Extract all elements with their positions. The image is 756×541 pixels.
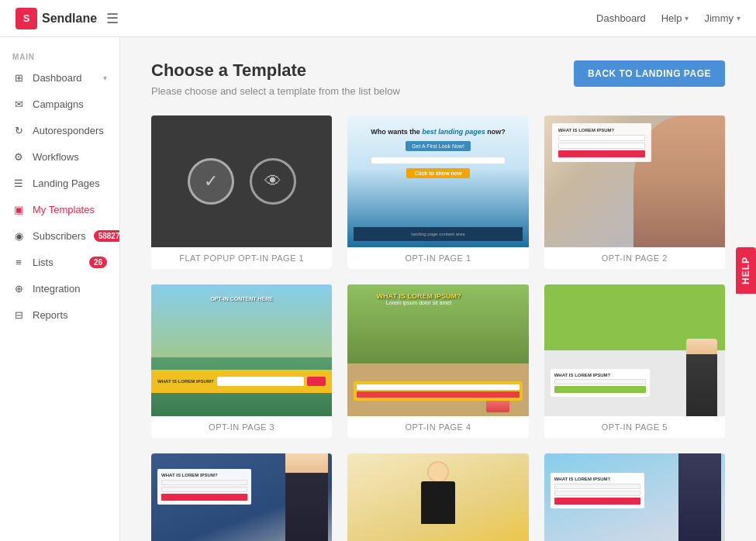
top-nav: S Sendlane ☰ Dashboard Help ▾ Jimmy ▾ [0, 0, 756, 37]
help-dropdown-arrow: ▾ [685, 14, 689, 22]
sidebar-item-lists[interactable]: ≡ Lists 26 [0, 249, 119, 275]
select-button-flat-popup[interactable]: SELECT [164, 169, 230, 194]
template-thumb-optin3: OPT-IN CONTENT HERE WHAT IS LOREM IPSUM?… [151, 284, 332, 416]
sidebar-item-campaigns[interactable]: ✉ Campaigns [0, 91, 119, 117]
sidebar-label-my-templates: My Templates [33, 204, 95, 215]
logo-icon: S [16, 8, 37, 29]
sidebar-section-label: MAIN [0, 47, 119, 64]
dashboard-arrow: ▾ [103, 74, 107, 82]
template-card-optin2[interactable]: WHAT IS LOREM IPSUM? SELECT PREVIEW OPT-… [544, 115, 725, 269]
template-thumb-optin4: WHAT IS LOREM IPSUM? Lorem ipsum dolor s… [347, 284, 528, 416]
sidebar-label-landing-pages: Landing Pages [33, 177, 100, 189]
help-tab[interactable]: HELP [736, 247, 756, 294]
preview-button-optin5[interactable]: PREVIEW [639, 338, 712, 363]
template-thumb-optin2: WHAT IS LOREM IPSUM? SELECT PREVIEW [544, 115, 725, 247]
template-card-optin3[interactable]: OPT-IN CONTENT HERE WHAT IS LOREM IPSUM?… [151, 284, 332, 438]
page-title-area: Choose a Template Please choose and sele… [151, 60, 400, 97]
sidebar-label-autoresponders: Autoresponders [33, 125, 104, 136]
template-label-optin4: OPT-IN PAGE 4 [347, 416, 528, 438]
template-card-optin8[interactable]: WHAT IS LOREM IPSUM? SELECT PREVIEW OPT-… [544, 453, 725, 541]
select-button-optin5[interactable]: SELECT [558, 338, 623, 363]
template-thumb-optin7: WHAT IS LOREM IPSUM? SELECT PREVIEW [347, 453, 528, 541]
sidebar-item-integration[interactable]: ⊕ Integration [0, 275, 119, 302]
sidebar-item-workflows[interactable]: ⚙ Workflows [0, 143, 119, 170]
integration-icon: ⊕ [12, 282, 25, 295]
select-button-optin1[interactable]: SELECT [361, 169, 426, 194]
autoresponders-icon: ↻ [12, 124, 25, 136]
template-thumb-optin8: WHAT IS LOREM IPSUM? SELECT PREVIEW [544, 453, 725, 541]
sidebar-label-integration: Integration [33, 283, 80, 295]
sidebar-label-reports: Reports [33, 309, 68, 321]
preview-button-optin4[interactable]: PREVIEW [443, 338, 516, 363]
preview-button-optin2[interactable]: PREVIEW [639, 169, 712, 194]
sidebar-item-subscribers[interactable]: ◉ Subscribers 58827 [0, 222, 119, 249]
select-button-optin2[interactable]: SELECT [558, 169, 623, 194]
subscribers-icon: ◉ [12, 229, 25, 242]
sidebar-label-campaigns: Campaigns [33, 98, 84, 110]
nav-left: S Sendlane ☰ [16, 8, 119, 29]
sidebar-label-workflows: Workflows [33, 151, 79, 163]
preview-button-optin1[interactable]: PREVIEW [443, 169, 516, 194]
menu-icon[interactable]: ☰ [106, 10, 119, 27]
template-card-optin1[interactable]: Who wants the best landing pages now? Ge… [347, 115, 528, 269]
nav-user[interactable]: Jimmy ▾ [704, 12, 740, 24]
logo[interactable]: S Sendlane [16, 8, 97, 29]
template-label-optin5: OPT-IN PAGE 5 [544, 416, 725, 438]
dashboard-icon: ⊞ [12, 71, 25, 84]
select-button-optin6[interactable]: SELECT [164, 507, 230, 532]
my-templates-icon: ▣ [12, 203, 25, 215]
template-thumb-optin1: Who wants the best landing pages now? Ge… [347, 115, 528, 247]
user-dropdown-arrow: ▾ [737, 14, 740, 22]
subscribers-badge: 58827 [94, 230, 120, 242]
sidebar-label-subscribers: Subscribers [33, 230, 86, 242]
template-grid: ✓ 👁 SELECT PREVIEW FLAT POPUP OPT-IN PAG… [151, 115, 725, 541]
page-subtitle: Please choose and select a template from… [151, 85, 400, 97]
template-thumb-optin5: WHAT IS LOREM IPSUM? SELECT PREVIEW [544, 284, 725, 416]
select-button-optin4[interactable]: SELECT [361, 338, 426, 363]
preview-button-optin7[interactable]: PREVIEW [443, 507, 516, 532]
sidebar-item-dashboard[interactable]: ⊞ Dashboard ▾ [0, 64, 119, 91]
template-thumb-flat-popup: ✓ 👁 SELECT PREVIEW [151, 115, 332, 247]
template-label-optin1: OPT-IN PAGE 1 [347, 247, 528, 269]
sidebar: MAIN ⊞ Dashboard ▾ ✉ Campaigns ↻ Autores… [0, 37, 120, 541]
template-card-optin5[interactable]: WHAT IS LOREM IPSUM? SELECT PREVIEW OPT-… [544, 284, 725, 438]
back-to-landing-page-button[interactable]: BACK TO LANDING PAGE [574, 60, 725, 87]
template-label-optin3: OPT-IN PAGE 3 [151, 416, 332, 438]
lists-badge: 26 [89, 257, 107, 268]
nav-help[interactable]: Help ▾ [661, 12, 689, 24]
lists-icon: ≡ [12, 256, 25, 268]
main-content: Choose a Template Please choose and sele… [120, 37, 756, 541]
template-label-optin2: OPT-IN PAGE 2 [544, 247, 725, 269]
sidebar-label-lists: Lists [33, 257, 54, 268]
page-header: Choose a Template Please choose and sele… [151, 60, 725, 97]
template-card-optin4[interactable]: WHAT IS LOREM IPSUM? Lorem ipsum dolor s… [347, 284, 528, 438]
logo-text: Sendlane [42, 12, 97, 26]
workflows-icon: ⚙ [12, 150, 25, 163]
select-button-optin3[interactable]: SELECT [164, 338, 230, 363]
template-label-flat-popup: FLAT POPUP OPT-IN PAGE 1 [151, 247, 332, 269]
landing-pages-icon: ☰ [12, 177, 25, 189]
preview-button-optin6[interactable]: PREVIEW [247, 507, 319, 532]
select-button-optin8[interactable]: SELECT [558, 507, 623, 532]
sidebar-item-reports[interactable]: ⊟ Reports [0, 302, 119, 328]
campaigns-icon: ✉ [12, 98, 25, 110]
layout: MAIN ⊞ Dashboard ▾ ✉ Campaigns ↻ Autores… [0, 37, 756, 541]
sidebar-item-my-templates[interactable]: ▣ My Templates [0, 196, 119, 222]
nav-dashboard[interactable]: Dashboard [596, 12, 646, 24]
preview-button-optin8[interactable]: PREVIEW [639, 507, 712, 532]
template-card-flat-popup[interactable]: ✓ 👁 SELECT PREVIEW FLAT POPUP OPT-IN PAG… [151, 115, 332, 269]
sidebar-item-landing-pages[interactable]: ☰ Landing Pages [0, 170, 119, 196]
nav-right: Dashboard Help ▾ Jimmy ▾ [596, 12, 740, 24]
preview-button-flat-popup[interactable]: PREVIEW [247, 169, 319, 194]
template-card-optin6[interactable]: WHAT IS LOREM IPSUM? SELECT PREVIEW OPT-… [151, 453, 332, 541]
reports-icon: ⊟ [12, 308, 25, 321]
page-title: Choose a Template [151, 60, 400, 81]
sidebar-item-autoresponders[interactable]: ↻ Autoresponders [0, 117, 119, 143]
template-card-optin7[interactable]: WHAT IS LOREM IPSUM? SELECT PREVIEW OPT-… [347, 453, 528, 541]
template-thumb-optin6: WHAT IS LOREM IPSUM? SELECT PREVIEW [151, 453, 332, 541]
preview-button-optin3[interactable]: PREVIEW [247, 338, 319, 363]
select-button-optin7[interactable]: SELECT [361, 507, 426, 532]
sidebar-label-dashboard: Dashboard [33, 72, 82, 84]
